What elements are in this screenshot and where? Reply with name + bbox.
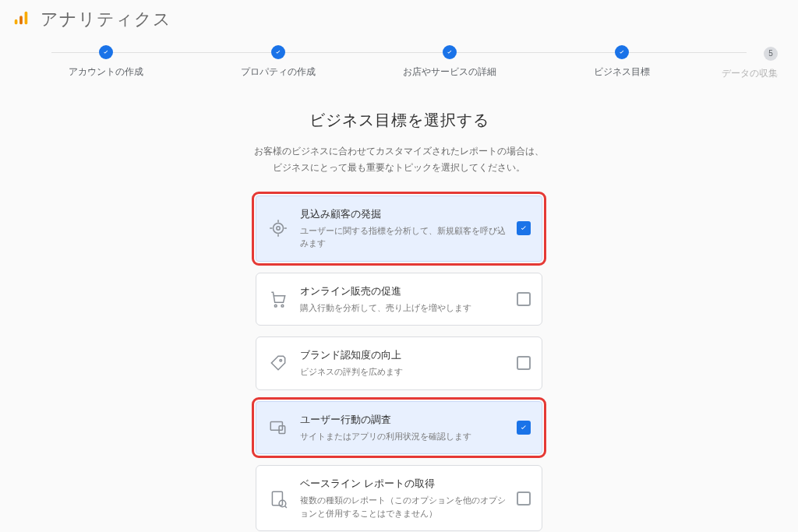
checkbox-unchecked-icon[interactable] <box>517 356 531 370</box>
card-brand-awareness[interactable]: ブランド認知度の向上 ビジネスの評判を広めます <box>256 336 542 390</box>
checkbox-checked-icon[interactable] <box>517 221 531 235</box>
card-title: 見込み顧客の発掘 <box>300 207 506 221</box>
analytics-logo-icon <box>12 9 30 30</box>
card-desc: サイトまたはアプリの利用状況を確認します <box>300 430 506 443</box>
product-name: アナリティクス <box>41 8 171 31</box>
svg-point-9 <box>274 305 277 307</box>
step-business-details[interactable]: お店やサービスの詳細 <box>364 45 536 80</box>
svg-rect-0 <box>15 19 18 24</box>
svg-point-10 <box>281 305 284 307</box>
card-title: ベースライン レポートの取得 <box>300 477 506 491</box>
card-title: オンライン販売の促進 <box>300 284 506 298</box>
card-desc: 購入行動を分析して、売り上げを増やします <box>300 301 506 315</box>
checkbox-unchecked-icon[interactable] <box>517 292 531 306</box>
page-title: ビジネス目標を選択する <box>0 110 798 131</box>
card-lead-generation[interactable]: 見込み顧客の発掘 ユーザーに関する指標を分析して、新規顧客を呼び込みます <box>256 196 542 262</box>
checkbox-checked-icon[interactable] <box>517 421 531 435</box>
cart-icon <box>267 289 289 309</box>
devices-icon <box>267 417 289 438</box>
target-icon <box>267 218 289 238</box>
step-business-objectives[interactable]: ビジネス目標 <box>536 45 708 80</box>
card-title: ユーザー行動の調査 <box>300 413 506 427</box>
main-content: ビジネス目標を選択する お客様のビジネスに合わせてカスタマイズされたレポートの場… <box>0 80 798 533</box>
step-data-collection: 5 データの収集 <box>708 45 778 80</box>
card-title: ブランド認知度の向上 <box>300 348 506 362</box>
card-desc: ビジネスの評判を広めます <box>300 365 506 379</box>
step-account[interactable]: アカウントの作成 <box>20 45 192 80</box>
svg-rect-14 <box>272 491 282 505</box>
card-desc: ユーザーに関する指標を分析して、新規顧客を呼び込みます <box>300 224 506 250</box>
svg-point-3 <box>274 224 284 234</box>
setup-stepper: アカウントの作成 プロパティの作成 お店やサービスの詳細 ビジネス目標 5 デー… <box>0 37 798 80</box>
step-property[interactable]: プロパティの作成 <box>192 45 365 80</box>
objective-cards: 見込み顧客の発掘 ユーザーに関する指標を分析して、新規顧客を呼び込みます オンラ… <box>256 196 542 532</box>
svg-line-16 <box>285 506 287 507</box>
card-baseline-reports[interactable]: ベースライン レポートの取得 複数の種類のレポート（このオプションを他のオプショ… <box>256 465 542 531</box>
svg-rect-2 <box>25 12 28 25</box>
svg-point-4 <box>277 227 280 230</box>
card-user-behavior[interactable]: ユーザー行動の調査 サイトまたはアプリの利用状況を確認します <box>256 401 542 455</box>
app-header: アナリティクス <box>0 0 798 37</box>
card-online-sales[interactable]: オンライン販売の促進 購入行動を分析して、売り上げを増やします <box>256 273 542 326</box>
report-icon <box>267 488 289 509</box>
checkbox-unchecked-icon[interactable] <box>517 491 531 506</box>
tag-icon <box>267 353 289 373</box>
svg-rect-1 <box>19 16 23 24</box>
card-desc: 複数の種類のレポート（このオプションを他のオプションと併用することはできません） <box>300 494 506 520</box>
page-subtitle: お客様のビジネスに合わせてカスタマイズされたレポートの場合は、 ビジネスにとって… <box>0 143 798 177</box>
svg-point-11 <box>280 360 282 362</box>
